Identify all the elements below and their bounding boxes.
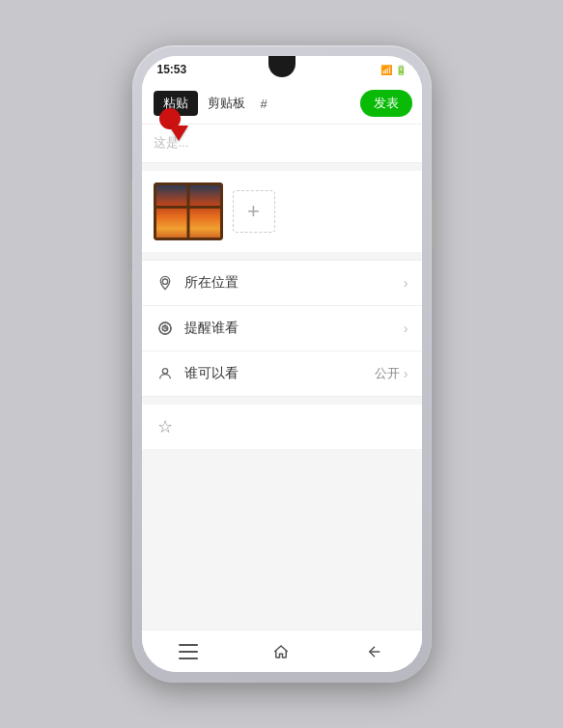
menu-item-location[interactable]: 所在位置 › xyxy=(142,261,422,306)
nav-back-icon[interactable] xyxy=(363,640,386,663)
status-time: 15:53 xyxy=(157,63,187,76)
wifi-icon: 📶 xyxy=(380,65,392,75)
menu-label-visibility: 谁可以看 xyxy=(184,365,375,382)
chevron-visibility: › xyxy=(404,366,408,381)
empty-space xyxy=(142,449,422,630)
svg-point-4 xyxy=(162,369,167,374)
chevron-mention: › xyxy=(404,321,408,336)
star-section[interactable]: ☆ xyxy=(142,405,422,449)
nav-home-icon[interactable] xyxy=(269,640,293,663)
visibility-value: 公开 xyxy=(375,365,400,382)
bottom-nav xyxy=(142,630,422,672)
menu-item-visibility[interactable]: 谁可以看 公开 › xyxy=(142,351,422,396)
svg-rect-6 xyxy=(179,651,198,653)
tab-hash[interactable]: # xyxy=(255,93,273,115)
pointer-arrow xyxy=(169,126,188,141)
window-cross-h xyxy=(154,206,223,209)
toolbar: 粘贴 剪贴板 # 发表 xyxy=(142,83,422,125)
add-image-button[interactable]: + xyxy=(233,190,275,233)
nav-menu-icon[interactable] xyxy=(177,640,200,663)
svg-rect-5 xyxy=(179,644,198,646)
mention-icon xyxy=(155,319,175,338)
location-icon xyxy=(155,273,175,293)
menu-label-mention: 提醒谁看 xyxy=(184,320,404,337)
window-cross-v xyxy=(186,182,189,240)
image-thumbnail[interactable] xyxy=(154,182,223,240)
battery-icon: 🔋 xyxy=(395,65,407,75)
sunset-painting xyxy=(154,182,223,240)
menu-item-mention[interactable]: 提醒谁看 › xyxy=(142,306,422,351)
window-frame xyxy=(154,182,223,240)
menu-label-location: 所在位置 xyxy=(184,274,404,292)
svg-point-0 xyxy=(162,279,167,284)
chevron-location: › xyxy=(404,275,408,291)
publish-button[interactable]: 发表 xyxy=(360,90,412,117)
person-icon xyxy=(155,364,175,383)
star-icon: ☆ xyxy=(155,417,175,436)
phone-frame: 15:53 📶 🔋 粘贴 剪贴板 # 发表 这是 xyxy=(132,45,432,683)
svg-rect-7 xyxy=(179,658,198,659)
status-icons: 📶 🔋 xyxy=(380,65,407,75)
phone-screen: 15:53 📶 🔋 粘贴 剪贴板 # 发表 这是 xyxy=(142,56,422,672)
app-content: 粘贴 剪贴板 # 发表 这是... xyxy=(142,83,422,672)
image-section: + xyxy=(142,171,422,252)
tab-clipboard[interactable]: 剪贴板 xyxy=(198,91,255,116)
menu-section: 所在位置 › 提醒谁看 › xyxy=(142,260,422,397)
